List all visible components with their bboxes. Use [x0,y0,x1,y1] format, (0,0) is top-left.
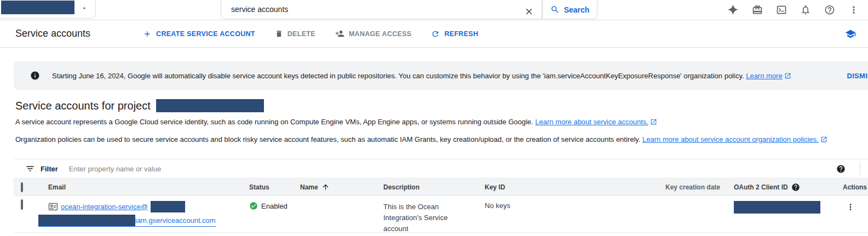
project-selector[interactable] [0,0,96,19]
manage-access-label: MANAGE ACCESS [349,30,412,38]
column-header-email-label: Email [48,183,66,191]
column-header-status-label: Status [249,183,269,191]
service-account-badge-icon [48,203,58,211]
sort-arrow-up-icon [321,183,330,191]
help-filled-icon [836,164,846,174]
help-icon[interactable] [824,4,835,15]
column-header-name[interactable]: Name [300,183,383,191]
row-actions-menu-button[interactable] [846,202,855,212]
filter-input[interactable] [69,165,831,173]
email-cell: ocean-integration-service@ iam.gservicea… [48,200,249,228]
gift-icon[interactable] [752,4,763,15]
key-id-cell: No keys [485,202,665,210]
search-button-label: Search [564,5,590,14]
column-header-oauth2-client-id-label: OAuth 2 Client ID [734,183,788,191]
column-header-key-creation-date-label: Key creation date [665,183,720,191]
info-banner: Starting June 16, 2024, Google will auto… [14,61,868,90]
column-header-oauth2-client-id[interactable]: OAuth 2 Client ID [734,183,832,192]
graduation-cap-icon [845,28,856,39]
search-input[interactable] [231,2,524,16]
column-header-description[interactable]: Description [383,183,485,191]
select-all-checkbox[interactable] [21,182,23,192]
banner-learn-more-link[interactable]: Learn more [746,72,782,80]
refresh-button[interactable]: REFRESH [431,30,478,38]
banner-text: Starting June 16, 2024, Google will auto… [52,72,744,80]
table-header-row: Email Status Name Description Key ID Key… [14,178,868,196]
check-circle-icon [249,202,258,210]
topbar-icon-group [728,0,859,20]
table-row: ocean-integration-service@ iam.gservicea… [14,196,868,233]
redacted-project-id [156,99,264,112]
column-header-key-id-label: Key ID [485,183,505,191]
info-icon [30,71,40,80]
external-link-icon [820,136,827,143]
service-account-email-link[interactable]: ocean-integration-service@ [61,203,148,211]
refresh-label: REFRESH [444,30,478,38]
column-header-name-label: Name [300,183,318,191]
refresh-icon [431,30,440,38]
trash-icon [275,30,283,38]
more-vertical-icon [846,202,855,212]
search-icon [550,5,560,14]
delete-label: DELETE [288,30,315,38]
column-header-actions: Actions [832,183,868,191]
column-header-key-id[interactable]: Key ID [485,183,665,191]
caret-down-icon [81,5,88,11]
search-button[interactable]: Search [542,0,597,19]
person-add-icon [335,29,344,38]
redacted-email-part [151,201,185,212]
manage-access-button[interactable]: MANAGE ACCESS [335,29,412,38]
oauth2-client-id-cell [734,200,832,214]
learn-more-service-accounts-link[interactable]: Learn more about service accounts. [535,118,648,126]
create-service-account-button[interactable]: CREATE SERVICE ACCOUNT [143,30,255,38]
description-cell: This is the Ocean Integration's Service … [383,202,465,234]
learning-button[interactable] [845,28,856,39]
redacted-project-name [1,1,74,14]
column-header-email[interactable]: Email [48,183,249,191]
intro-paragraph-1: A service account represents a Google Cl… [15,118,868,126]
delete-button[interactable]: DELETE [275,30,315,38]
column-header-actions-label: Actions [843,183,867,191]
external-link-icon [784,72,791,79]
status-cell: Enabled [249,202,300,210]
banner-message: Starting June 16, 2024, Google will auto… [52,72,791,80]
actions-cell [832,200,868,214]
search-box[interactable] [221,0,542,19]
page-title: Service accounts [15,28,90,39]
intro-paragraph-1-text: A service account represents a Google Cl… [15,118,533,126]
table-filter-bar: Filter [14,159,868,178]
redacted-email-part [38,215,135,226]
section-heading-text: Service accounts for project [15,100,151,112]
help-filled-icon [791,183,800,192]
top-app-bar: Search [0,0,868,20]
close-icon [524,7,534,16]
learn-more-org-policies-link[interactable]: Learn more about service account organiz… [642,135,819,143]
global-search: Search [221,0,597,19]
create-service-account-label: CREATE SERVICE ACCOUNT [156,30,255,38]
column-header-status[interactable]: Status [249,183,300,191]
dismiss-button[interactable]: DISMISS [847,72,868,80]
clear-search-button[interactable] [524,7,534,16]
filter-help-button[interactable] [836,164,846,174]
service-account-domain-link[interactable]: iam.gserviceaccount.com [135,216,216,225]
column-header-description-label: Description [383,183,419,191]
status-text: Enabled [261,202,288,210]
intro-paragraph-2-text: Organization policies can be used to sec… [15,135,640,143]
filter-list-icon [25,164,35,174]
gemini-sparkle-icon[interactable] [728,4,739,15]
cloud-shell-icon[interactable] [776,4,787,15]
email-line-2: iam.gserviceaccount.com [38,215,216,227]
plus-icon [143,30,152,38]
notifications-bell-icon[interactable] [800,4,811,15]
filter-label: Filter [41,165,58,173]
more-vertical-icon[interactable] [848,4,859,15]
external-link-icon [650,118,657,125]
row-checkbox[interactable] [21,199,23,210]
column-header-key-creation-date[interactable]: Key creation date [665,183,734,191]
page-toolbar: Service accounts CREATE SERVICE ACCOUNT … [0,20,868,48]
redacted-oauth2-client-id [734,201,820,214]
section-heading: Service accounts for project [15,99,868,112]
intro-paragraph-2: Organization policies can be used to sec… [15,135,868,143]
filter-bar-divider [860,162,860,175]
service-accounts-table: Filter Email Status Name Description Key… [14,159,868,233]
